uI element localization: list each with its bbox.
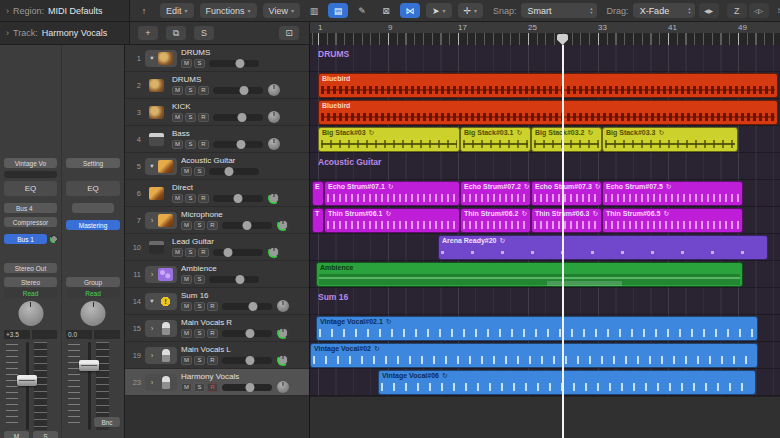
functions-menu[interactable]: Functions▾ — [200, 3, 257, 18]
track-icon-button[interactable] — [145, 104, 168, 121]
solo-button[interactable]: S — [194, 302, 205, 311]
region-header[interactable]: › Region: MIDI Defaults — [0, 0, 130, 21]
audio-region[interactable]: Vintage Vocal#02↻ — [310, 343, 758, 368]
fader-cap[interactable] — [17, 375, 37, 386]
global-solo-button[interactable]: S — [194, 26, 214, 40]
track-row[interactable]: 15›Main Vocals RMSR — [125, 315, 309, 342]
bar-ruler[interactable]: 1 9 17 25 33 41 49 — [310, 22, 780, 45]
arrange-track-lane[interactable]: TThin Strum#06.1↻Thin Strum#06.2↻Thin St… — [310, 207, 780, 234]
eq-display[interactable]: EQ — [4, 181, 57, 196]
track-icon-button[interactable]: ▾ — [145, 50, 177, 67]
piano-roll-button[interactable]: ▤ — [328, 3, 348, 18]
insert-slot-compressor[interactable]: Compressor — [4, 217, 57, 227]
volume-slider[interactable] — [222, 330, 272, 337]
audio-region[interactable]: Bluebird — [318, 73, 778, 98]
solo-button[interactable]: S — [194, 356, 205, 365]
track-row[interactable]: 19›Main Vocals LMSR — [125, 342, 309, 369]
pan-knob[interactable] — [268, 192, 280, 204]
duplicate-track-button[interactable]: ⧉ — [166, 26, 186, 40]
volume-slider[interactable] — [213, 87, 263, 94]
volume-slider[interactable] — [213, 141, 263, 148]
panel-toggle-button[interactable]: ⊡ — [279, 26, 299, 40]
audio-region[interactable]: Thin Strum#06.3↻ — [531, 208, 602, 233]
pointer-tool-menu[interactable]: ➤▾ — [426, 3, 452, 18]
solo-button[interactable]: S — [194, 221, 205, 230]
pan-knob[interactable] — [18, 301, 43, 326]
crossfade-tool-button[interactable]: ⋈ — [400, 3, 420, 18]
track-row[interactable]: 23›Harmony VocalsMSR — [125, 369, 309, 396]
arrange-track-lane[interactable]: Bluebird — [310, 99, 780, 126]
flex-tool-button[interactable]: ⊠ — [376, 3, 396, 18]
audio-region[interactable]: Thin Strum#06.1↻ — [324, 208, 460, 233]
record-button[interactable]: R — [198, 140, 209, 149]
audio-region[interactable]: Echo Strum#07.1↻ — [324, 181, 460, 206]
pan-knob[interactable] — [277, 219, 289, 231]
track-icon-button[interactable]: › — [145, 374, 177, 391]
snap-select[interactable]: Smart ▴▾ — [521, 3, 597, 18]
mute-button[interactable]: M — [181, 356, 192, 365]
record-button[interactable]: R — [207, 329, 218, 338]
track-row[interactable]: 14▾Sum 16MSR — [125, 288, 309, 315]
track-row[interactable]: 5▾Acoustic GuitarMS — [125, 153, 309, 180]
solo-button[interactable]: S — [185, 194, 196, 203]
arrange-area[interactable]: DRUMSBluebirdBluebirdBig Stack#03↻Big St… — [310, 45, 780, 438]
track-row[interactable]: 6DirectMSR — [125, 180, 309, 207]
arrange-track-lane[interactable]: Sum 16 — [310, 288, 780, 315]
mute-button[interactable]: M — [172, 113, 183, 122]
eq-display[interactable]: EQ — [66, 181, 120, 196]
send-slot-bus1[interactable]: Bus 1 — [4, 234, 47, 244]
audio-region[interactable]: T — [312, 208, 324, 233]
track-row[interactable]: 1▾DRUMSMS — [125, 45, 309, 72]
mastering-slot[interactable]: Mastering — [66, 220, 120, 230]
mute-button[interactable]: M — [181, 221, 192, 230]
auto-zoom-button[interactable]: Z — [727, 3, 747, 18]
pencil-tool-button[interactable]: ✎ — [352, 3, 372, 18]
track-row[interactable]: 3KICKMSR — [125, 99, 309, 126]
arrange-track-lane[interactable]: DRUMS — [310, 45, 780, 72]
solo-button[interactable]: S — [185, 113, 196, 122]
automation-mode-button[interactable]: Read — [66, 288, 120, 298]
audio-region[interactable]: Big Stack#03.2↻ — [531, 127, 602, 152]
record-button[interactable]: R — [207, 302, 218, 311]
track-icon-button[interactable]: ▾ — [145, 293, 177, 310]
mute-button[interactable]: M — [181, 59, 192, 68]
volume-fader[interactable] — [4, 342, 57, 430]
arrange-track-lane[interactable]: Bluebird — [310, 72, 780, 99]
volume-slider[interactable] — [222, 357, 272, 364]
arrange-track-lane[interactable]: EEcho Strum#07.1↻Echo Strum#07.2↻Echo St… — [310, 180, 780, 207]
mute-button[interactable]: M — [172, 248, 183, 257]
solo-button[interactable]: S — [33, 431, 58, 438]
volume-readout[interactable]: 0.0 — [66, 330, 92, 339]
mute-button[interactable]: M — [172, 86, 183, 95]
nudge-up-button[interactable]: ↑ — [134, 3, 154, 18]
automation-mode-button[interactable]: Read — [4, 288, 57, 298]
arrange-track-lane[interactable]: Vintage Vocal#02.1↻ — [310, 315, 780, 342]
arrange-track-lane[interactable]: Ambience — [310, 261, 780, 288]
mute-button[interactable]: M — [181, 383, 192, 392]
audio-region[interactable]: Echo Strum#07.2↻ — [460, 181, 531, 206]
track-row[interactable]: 2DRUMSMSR — [125, 72, 309, 99]
arrange-track-lane[interactable]: Big Stack#03↻Big Stack#03.1↻Big Stack#03… — [310, 126, 780, 153]
volume-slider[interactable] — [213, 114, 263, 121]
volume-slider[interactable] — [222, 222, 272, 229]
volume-slider[interactable] — [209, 168, 259, 175]
record-button[interactable]: R — [207, 221, 218, 230]
audio-region[interactable]: Arena Ready#20↻ — [438, 235, 768, 260]
mute-button[interactable]: M — [181, 275, 192, 284]
view-menu[interactable]: View▾ — [263, 3, 300, 18]
solo-button[interactable]: S — [185, 140, 196, 149]
pan-knob[interactable] — [268, 111, 280, 123]
record-button[interactable]: R — [198, 248, 209, 257]
pan-knob[interactable] — [268, 84, 280, 96]
solo-button[interactable]: S — [194, 167, 205, 176]
track-icon-button[interactable] — [145, 77, 168, 94]
mute-button[interactable]: M — [181, 302, 192, 311]
audio-region[interactable]: Echo Strum#07.5↻ — [602, 181, 743, 206]
solo-button[interactable]: S — [194, 329, 205, 338]
volume-slider[interactable] — [222, 384, 272, 391]
audio-region[interactable]: Ambience — [316, 262, 743, 287]
audio-region[interactable]: E — [312, 181, 324, 206]
drag-select[interactable]: X-Fade ▴▾ — [633, 3, 695, 18]
pan-knob[interactable] — [277, 354, 289, 366]
add-track-button[interactable]: + — [138, 26, 158, 40]
